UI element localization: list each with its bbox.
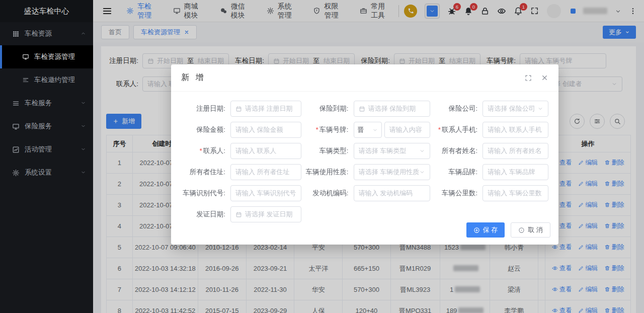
form-field: 保险公司:请选择 保险公司 — [433, 101, 548, 117]
form-field: *联系人:请输入 联系人 — [181, 143, 301, 159]
chevron-down-icon — [537, 106, 543, 112]
cancel-button-label: 取 消 — [528, 225, 543, 234]
circle-icon — [518, 227, 525, 233]
form-field: 车辆识别代号:请输入 车辆识别代号 — [181, 185, 301, 201]
select-field[interactable]: 请选择 车辆使用性质 — [354, 164, 431, 180]
text-field[interactable]: 请输入 所有者住址 — [230, 164, 301, 180]
cancel-button[interactable]: 取 消 — [511, 222, 550, 238]
field-label: 所有者姓名: — [433, 146, 482, 155]
date-field[interactable]: 请选择 发证日期 — [230, 206, 301, 222]
text-field[interactable]: 请输入 车辆识别代号 — [230, 185, 301, 201]
date-field[interactable]: 请选择 注册日期 — [230, 101, 301, 117]
select-field[interactable]: 请选择 保险公司 — [482, 101, 548, 117]
text-field[interactable]: 请输入 发动机编码 — [354, 185, 431, 201]
required-asterisk: * — [438, 126, 441, 133]
placeholder: 请选择 车辆使用性质 — [359, 168, 420, 177]
form-field: 车辆品牌:请输入 车辆品牌 — [433, 164, 548, 180]
form-field: 车辆类型:请选择 车辆类型 — [304, 143, 431, 159]
text-field[interactable]: 请输入 联系人 — [230, 143, 301, 159]
fullscreen-icon[interactable] — [525, 74, 532, 82]
modal-header: 新 增 — [171, 64, 558, 92]
modal-form: 注册日期:请选择 注册日期保险到期:请选择 保险到期保险公司:请选择 保险公司保… — [171, 92, 558, 222]
circle-plus-icon — [473, 227, 480, 233]
form-field: *联系人手机:请输入 联系人手机 — [433, 122, 548, 138]
plate-prefix-value: 晋 — [358, 125, 364, 134]
field-label: 发证日期: — [181, 210, 230, 219]
form-field: 发证日期:请选择 发证日期 — [181, 206, 301, 222]
close-icon[interactable] — [541, 74, 548, 82]
form-field: 注册日期:请选择 注册日期 — [181, 101, 301, 117]
calendar-icon — [359, 106, 365, 112]
form-field: 保险金额:请输入 保险金额 — [181, 122, 301, 138]
form-field: 发动机编码:请输入 发动机编码 — [304, 185, 431, 201]
placeholder: 请选择 发证日期 — [245, 210, 293, 219]
placeholder: 请输入 联系人 — [235, 146, 277, 155]
chevron-down-icon — [419, 148, 425, 154]
placeholder: 请输入内容 — [389, 125, 422, 134]
form-field: 所有者住址:请输入 所有者住址 — [181, 164, 301, 180]
placeholder: 请选择 注册日期 — [245, 104, 293, 113]
placeholder: 请输入 所有者住址 — [235, 168, 290, 177]
placeholder: 请选择 保险到期 — [368, 104, 416, 113]
chevron-down-icon — [372, 127, 378, 133]
form-field: 所有者姓名:请输入 所有者姓名 — [433, 143, 548, 159]
text-field[interactable]: 请输入 所有者姓名 — [482, 143, 548, 159]
calendar-icon — [235, 211, 242, 218]
field-label: 保险公司: — [433, 104, 482, 113]
field-label: 车辆公里数: — [433, 189, 482, 198]
select-field[interactable]: 请选择 车辆类型 — [354, 143, 431, 159]
form-field: 保险到期:请选择 保险到期 — [304, 101, 431, 117]
date-field[interactable]: 请选择 保险到期 — [354, 101, 431, 117]
placeholder: 请选择 保险公司 — [488, 104, 535, 113]
field-label: 车辆品牌: — [433, 168, 482, 177]
chevron-down-icon — [419, 169, 425, 175]
field-label: *联系人: — [181, 146, 230, 155]
placeholder: 请输入 所有者姓名 — [488, 146, 542, 155]
add-modal: 新 增 注册日期:请选择 注册日期保险到期:请选择 保险到期保险公司:请选择 保… — [171, 64, 558, 245]
required-asterisk: * — [199, 147, 202, 154]
field-label: 发动机编码: — [304, 189, 354, 198]
modal-header-actions — [525, 74, 548, 82]
text-field[interactable]: 请输入 车辆品牌 — [482, 164, 548, 180]
placeholder: 请输入 车辆识别代号 — [235, 189, 296, 198]
text-field[interactable]: 请输入 车辆公里数 — [482, 185, 548, 201]
field-label: 车辆使用性质: — [304, 168, 354, 177]
modal-footer: 保 存 取 消 — [171, 222, 558, 246]
field-label: 车辆识别代号: — [181, 189, 230, 198]
save-button-label: 保 存 — [483, 225, 498, 234]
field-label: *联系人手机: — [433, 125, 482, 134]
calendar-icon — [235, 106, 242, 112]
placeholder: 请输入 保险金额 — [235, 125, 283, 134]
field-label: *车辆号牌: — [304, 125, 354, 134]
plate-input[interactable]: 请输入内容 — [384, 122, 431, 138]
plate-prefix-select[interactable]: 晋 — [354, 122, 382, 138]
field-label: 保险金额: — [181, 125, 230, 134]
form-field: 车辆公里数:请输入 车辆公里数 — [433, 185, 548, 201]
save-button[interactable]: 保 存 — [466, 222, 505, 238]
field-label: 保险到期: — [304, 104, 354, 113]
field-label: 所有者住址: — [181, 168, 230, 177]
placeholder: 请输入 车辆公里数 — [488, 189, 542, 198]
placeholder: 请输入 车辆品牌 — [488, 168, 535, 177]
text-field[interactable]: 请输入 联系人手机 — [482, 122, 548, 138]
text-field[interactable]: 请输入 保险金额 — [230, 122, 301, 138]
placeholder: 请输入 发动机编码 — [359, 189, 413, 198]
form-field: *车辆号牌:晋请输入内容 — [304, 122, 431, 138]
placeholder: 请输入 联系人手机 — [488, 125, 542, 134]
required-asterisk: * — [316, 126, 318, 133]
field-label: 车辆类型: — [304, 146, 354, 155]
field-label: 注册日期: — [181, 104, 230, 113]
modal-title: 新 增 — [181, 72, 205, 83]
form-field: 车辆使用性质:请选择 车辆使用性质 — [304, 164, 431, 180]
placeholder: 请选择 车辆类型 — [359, 146, 407, 155]
